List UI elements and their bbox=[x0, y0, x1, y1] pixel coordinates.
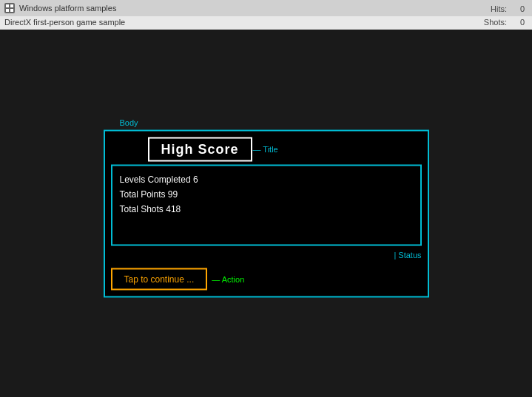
content-area: Levels Completed 6Total Points 99Total S… bbox=[111, 164, 422, 245]
svg-rect-3 bbox=[10, 9, 13, 12]
label-status: Status bbox=[394, 250, 421, 259]
app-subtitle: DirectX first-person game sample bbox=[0, 16, 532, 28]
window-title: Windows platform samples bbox=[19, 4, 116, 13]
status-area: Status bbox=[111, 248, 422, 265]
title-row: High Score Title bbox=[111, 137, 422, 161]
hud-hits-row: Hits: 0 bbox=[460, 3, 525, 16]
svg-rect-2 bbox=[6, 9, 9, 12]
label-action: Action bbox=[212, 274, 244, 283]
hud-shots-label: Shots: bbox=[484, 16, 507, 30]
hud-shots-value: 0 bbox=[510, 16, 525, 30]
content-line-0: Levels Completed 6 bbox=[120, 172, 413, 186]
app-icon bbox=[4, 3, 15, 13]
title-bar: Windows platform samples bbox=[0, 0, 532, 16]
game-area: Body High Score Title Levels Completed 6… bbox=[0, 30, 532, 397]
label-title: Title bbox=[253, 145, 278, 154]
modal-container: Body High Score Title Levels Completed 6… bbox=[104, 129, 429, 297]
modal-title: High Score bbox=[161, 141, 239, 156]
svg-rect-0 bbox=[6, 4, 9, 7]
action-area: Tap to continue ... Action bbox=[111, 268, 422, 290]
content-line-2: Total Shots 418 bbox=[120, 202, 413, 217]
content-line-1: Total Points 99 bbox=[120, 186, 413, 201]
svg-rect-1 bbox=[10, 4, 13, 7]
hud-hits-value: 0 bbox=[510, 3, 525, 16]
tap-to-continue-button[interactable]: Tap to continue ... bbox=[111, 268, 208, 290]
hud-shots-row: Shots: 0 bbox=[460, 16, 525, 30]
label-body: Body bbox=[120, 118, 138, 126]
title-box: High Score bbox=[148, 137, 252, 161]
hud-hits-label: Hits: bbox=[491, 3, 507, 16]
modal-outer-border: Body High Score Title Levels Completed 6… bbox=[104, 129, 429, 297]
